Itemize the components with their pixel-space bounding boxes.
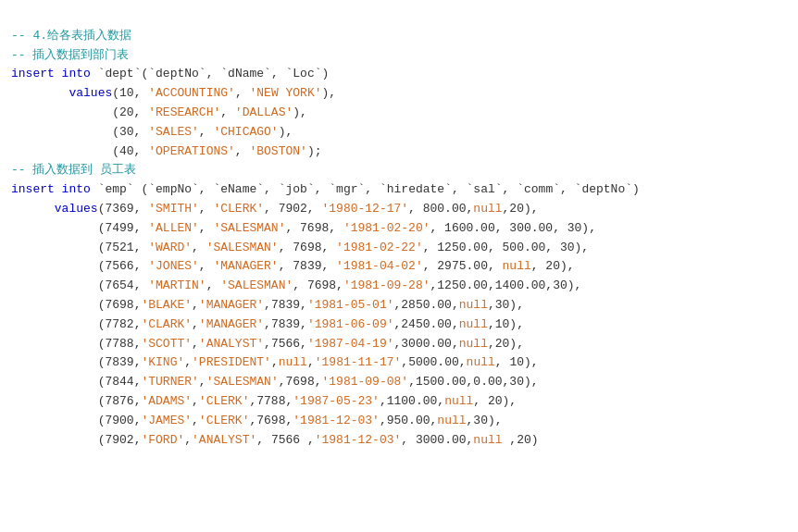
sql-string: 'FORD' (141, 433, 184, 447)
sql-plain: , (199, 182, 214, 196)
sql-plain: (7566, (98, 259, 149, 273)
sql-keyword: insert into (11, 67, 98, 80)
sql-string: 'MANAGER' (213, 259, 278, 273)
sql-plain: ), (293, 105, 307, 119)
sql-null: null (459, 317, 488, 331)
sql-null: null (503, 259, 531, 273)
sql-plain: ,30), (488, 298, 524, 312)
sql-identifier: `deptNo` (148, 67, 206, 80)
sql-plain: , 7902, (264, 202, 321, 216)
sql-null: null (473, 433, 502, 447)
sql-plain: , (206, 67, 221, 80)
code-container: -- 4.给各表插入数据-- 插入数据到部门表insert into `dept… (11, 7, 787, 450)
sql-string: '1987-05-23' (293, 394, 380, 408)
sql-plain: ), (279, 125, 293, 139)
sql-string: 'RESEARCH' (148, 105, 220, 119)
sql-string: 'ALLEN' (148, 221, 199, 235)
sql-plain: , 7698, (279, 241, 336, 254)
sql-string: 'JAMES' (141, 414, 192, 427)
sql-plain: (20, (112, 105, 148, 119)
sql-null: null (459, 337, 488, 351)
sql-plain: , 7698, (285, 221, 343, 235)
sql-plain: , 20), (531, 259, 575, 273)
sql-plain: ) (322, 67, 330, 80)
sql-plain: (40, (112, 144, 148, 158)
sql-string: '1981-06-09' (307, 317, 394, 331)
sql-plain: (7521, (98, 241, 149, 254)
sql-plain: , 7698, (293, 278, 343, 292)
sql-identifier: `sal` (467, 182, 503, 196)
sql-string: '1981-09-28' (343, 278, 430, 292)
code-line: insert into `emp` (`empNo`, `eName`, `jo… (11, 180, 787, 200)
sql-plain: ); (307, 144, 322, 158)
sql-plain: (7698, (98, 298, 142, 312)
sql-string: '1981-02-20' (343, 221, 430, 235)
sql-identifier: `deptNo` (575, 182, 632, 196)
sql-string: 'SALESMAN' (220, 278, 293, 292)
sql-plain: ), (322, 86, 337, 100)
sql-string: '1981-12-03' (315, 433, 402, 447)
sql-string: 'SMITH' (148, 202, 199, 216)
sql-identifier: `comm` (517, 182, 560, 196)
sql-plain: , 20), (473, 394, 517, 408)
code-line: (20, 'RESEARCH', 'DALLAS'), (11, 104, 787, 123)
sql-plain: , (192, 394, 199, 408)
code-line: (30, 'SALES', 'CHICAGO'), (11, 123, 787, 142)
code-line: (7698,'BLAKE','MANAGER',7839,'1981-05-01… (11, 296, 787, 315)
sql-plain: ,20), (488, 337, 524, 351)
sql-plain: , (206, 278, 221, 292)
sql-string: 'CLERK' (199, 394, 250, 408)
code-line: (7902,'FORD','ANALYST', 7566 ,'1981-12-0… (11, 431, 787, 451)
sql-plain: , (199, 375, 206, 389)
sql-identifier: `eName` (213, 182, 264, 196)
sql-plain: , (560, 182, 575, 196)
code-line: insert into `dept`(`deptNo`, `dName`, `L… (11, 65, 787, 84)
sql-string: '1981-12-03' (293, 414, 380, 427)
sql-plain: ,5000.00, (401, 355, 466, 369)
sql-string: '1987-04-19' (307, 337, 394, 351)
code-line: (7499, 'ALLEN', 'SALESMAN', 7698, '1981-… (11, 219, 787, 239)
sql-identifier: `empNo` (148, 182, 199, 196)
sql-string: 'SALESMAN' (206, 241, 279, 254)
sql-string: 'CLERK' (199, 414, 250, 427)
sql-plain: , 1600.00, 300.00, 30), (430, 221, 596, 235)
sql-keyword: values (69, 86, 112, 100)
sql-keyword: values (55, 202, 98, 216)
sql-string: 'CLERK' (213, 202, 264, 216)
code-line: (7654, 'MARTIN', 'SALESMAN', 7698,'1981-… (11, 277, 787, 296)
code-line: (40, 'OPERATIONS', 'BOSTON'); (11, 142, 787, 162)
sql-null: null (473, 202, 502, 216)
sql-string: 'SALES' (148, 125, 199, 139)
code-line: (7788,'SCOTT','ANALYST',7566,'1987-04-19… (11, 335, 787, 354)
sql-plain: ,20) (503, 433, 539, 447)
sql-plain: , (220, 105, 235, 119)
sql-plain: , (192, 414, 199, 427)
sql-plain: ( (134, 182, 149, 196)
sql-plain: , (192, 337, 199, 351)
sql-plain: , (192, 298, 199, 312)
sql-plain: , (315, 182, 330, 196)
sql-identifier: `job` (279, 182, 315, 196)
sql-string: '1981-11-17' (315, 355, 402, 369)
sql-string: 'ANALYST' (199, 337, 264, 351)
sql-plain: ,2450.00, (394, 317, 459, 331)
code-line: values(7369, 'SMITH', 'CLERK', 7902, '19… (11, 200, 787, 219)
sql-identifier: `Loc` (286, 67, 322, 80)
sql-plain: , (235, 144, 250, 158)
sql-string: 'DALLAS' (235, 105, 293, 119)
sql-plain: (10, (112, 86, 148, 100)
sql-plain: ,7839, (264, 317, 307, 331)
sql-plain: ,7788, (249, 394, 293, 408)
code-line: -- 4.给各表插入数据 (11, 27, 787, 46)
sql-plain: ) (632, 182, 640, 196)
sql-null: null (437, 414, 466, 427)
sql-plain: , (199, 125, 214, 139)
sql-string: '1981-02-22' (336, 241, 423, 254)
sql-plain: ,2850.00, (394, 298, 459, 312)
sql-plain: (7902, (98, 433, 142, 447)
sql-string: 'CLARK' (141, 317, 192, 331)
sql-plain: , (199, 221, 214, 235)
sql-string: 'SALESMAN' (206, 375, 279, 389)
sql-string: '1981-05-01' (307, 298, 394, 312)
sql-plain: , (503, 182, 517, 196)
